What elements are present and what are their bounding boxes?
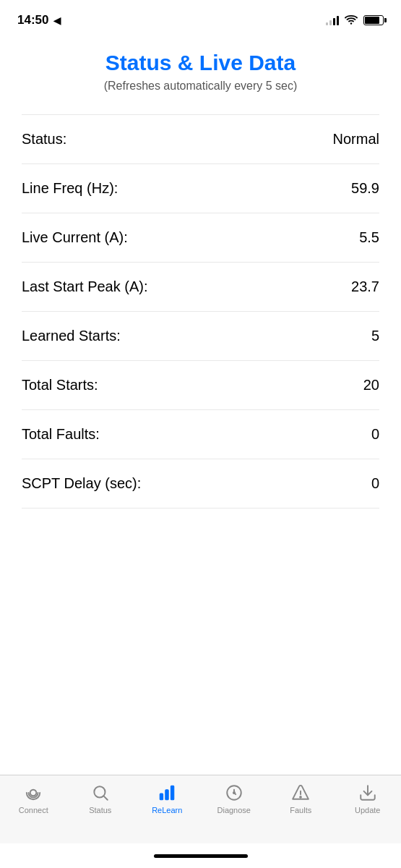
tab-diagnose[interactable]: Diagnose bbox=[201, 783, 268, 814]
data-row-value: 5.5 bbox=[359, 229, 379, 246]
tab-status-label: Status bbox=[89, 806, 111, 814]
data-row: SCPT Delay (sec):0 bbox=[22, 459, 379, 509]
data-row-value: 5 bbox=[371, 328, 379, 344]
tab-connect-label: Connect bbox=[19, 806, 48, 814]
tab-connect[interactable]: Connect bbox=[0, 783, 67, 814]
data-row-label: Status: bbox=[22, 131, 66, 148]
tab-update-label: Update bbox=[355, 806, 380, 814]
svg-rect-6 bbox=[171, 786, 174, 800]
data-row-label: Last Start Peak (A): bbox=[22, 278, 148, 295]
svg-point-0 bbox=[350, 22, 352, 24]
data-row-label: Learned Starts: bbox=[22, 328, 121, 344]
data-row-value: 59.9 bbox=[351, 180, 379, 197]
data-row: Learned Starts:5 bbox=[22, 312, 379, 361]
status-bar-time: 14:50 ◀ bbox=[17, 13, 61, 27]
data-row-value: 20 bbox=[363, 377, 379, 393]
data-row-label: Total Faults: bbox=[22, 426, 100, 443]
home-bar bbox=[154, 854, 248, 858]
data-row-value: 0 bbox=[371, 475, 379, 492]
location-icon: ◀ bbox=[53, 15, 61, 26]
tab-relearn-label: ReLearn bbox=[152, 806, 182, 814]
data-row: Last Start Peak (A):23.7 bbox=[22, 263, 379, 312]
svg-point-8 bbox=[233, 792, 235, 793]
data-row: Total Starts:20 bbox=[22, 361, 379, 410]
data-row-label: Live Current (A): bbox=[22, 229, 128, 246]
status-bar-icons bbox=[326, 14, 384, 27]
main-content: Status & Live Data (Refreshes automatica… bbox=[0, 36, 401, 775]
data-row: Total Faults:0 bbox=[22, 410, 379, 459]
data-row: Line Freq (Hz):59.9 bbox=[22, 164, 379, 213]
tab-update[interactable]: Update bbox=[335, 783, 402, 814]
status-icon bbox=[90, 783, 111, 803]
tab-relearn[interactable]: ReLearn bbox=[134, 783, 201, 814]
data-row-label: Line Freq (Hz): bbox=[22, 180, 118, 197]
page-title: Status & Live Data bbox=[22, 51, 379, 75]
svg-point-1 bbox=[30, 790, 37, 796]
data-row-value: 0 bbox=[371, 426, 379, 443]
data-row-value: 23.7 bbox=[351, 278, 379, 295]
data-row-label: SCPT Delay (sec): bbox=[22, 475, 141, 492]
tab-diagnose-label: Diagnose bbox=[217, 806, 251, 814]
svg-line-3 bbox=[104, 796, 108, 800]
tab-bar: Connect Status ReLearn Diag bbox=[0, 775, 401, 843]
battery-icon bbox=[363, 15, 384, 25]
signal-icon bbox=[326, 15, 339, 25]
tab-faults[interactable]: Faults bbox=[267, 783, 335, 814]
data-row: Live Current (A):5.5 bbox=[22, 213, 379, 263]
svg-rect-4 bbox=[160, 793, 163, 800]
home-indicator bbox=[0, 843, 401, 868]
diagnose-icon bbox=[224, 783, 244, 803]
svg-rect-5 bbox=[165, 790, 168, 800]
connect-icon bbox=[23, 783, 43, 803]
data-row-label: Total Starts: bbox=[22, 377, 98, 393]
relearn-icon bbox=[157, 783, 177, 803]
data-rows: Status:NormalLine Freq (Hz):59.9Live Cur… bbox=[22, 114, 379, 509]
faults-icon bbox=[290, 783, 311, 803]
wifi-icon bbox=[345, 14, 358, 27]
status-bar: 14:50 ◀ bbox=[0, 0, 401, 36]
update-icon bbox=[358, 783, 378, 803]
tab-status[interactable]: Status bbox=[67, 783, 134, 814]
tab-faults-label: Faults bbox=[290, 806, 311, 814]
svg-point-10 bbox=[300, 796, 301, 798]
data-row-value: Normal bbox=[333, 131, 379, 148]
page-subtitle: (Refreshes automatically every 5 sec) bbox=[22, 80, 379, 93]
data-row: Status:Normal bbox=[22, 114, 379, 164]
